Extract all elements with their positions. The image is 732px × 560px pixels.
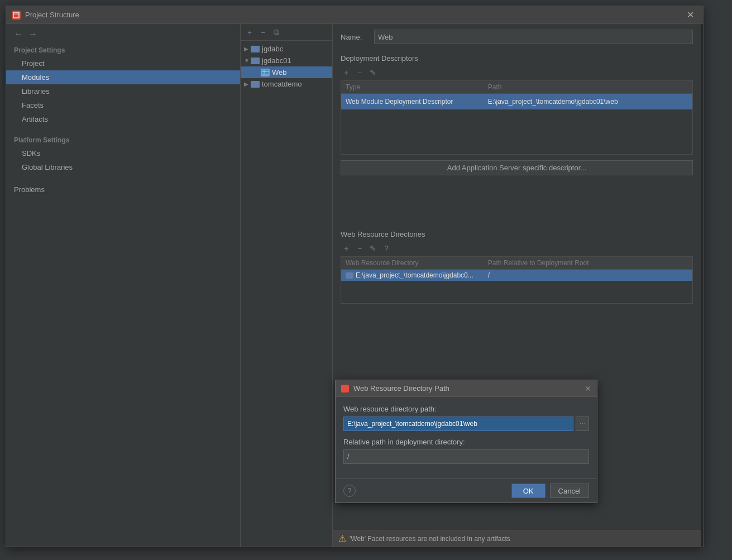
sub-browse-button[interactable]: ⋯: [576, 417, 589, 431]
sub-ok-button[interactable]: OK: [511, 484, 546, 498]
sub-dialog: Web Resource Directory Path ✕ Web resour…: [335, 380, 597, 503]
sub-relative-label: Relative path in deployment directory:: [343, 438, 589, 446]
sub-dialog-body: Web resource directory path: ⋯ Relative …: [336, 397, 597, 478]
sub-dialog-title-bar: Web Resource Directory Path ✕: [336, 380, 597, 397]
sub-dialog-icon: [341, 385, 349, 393]
sub-dialog-title-text: Web Resource Directory Path: [353, 384, 585, 393]
sub-path-row: ⋯: [343, 417, 589, 431]
sub-relative-input[interactable]: [343, 449, 589, 464]
sub-cancel-button[interactable]: Cancel: [550, 484, 589, 498]
sub-help-button[interactable]: ?: [343, 485, 356, 497]
sub-path-label: Web resource directory path:: [343, 405, 589, 413]
sub-path-input[interactable]: [343, 417, 573, 431]
sub-dialog-close-button[interactable]: ✕: [585, 384, 591, 393]
sub-dialog-footer: ? OK Cancel: [336, 478, 597, 502]
sub-relative-row: [343, 449, 589, 464]
